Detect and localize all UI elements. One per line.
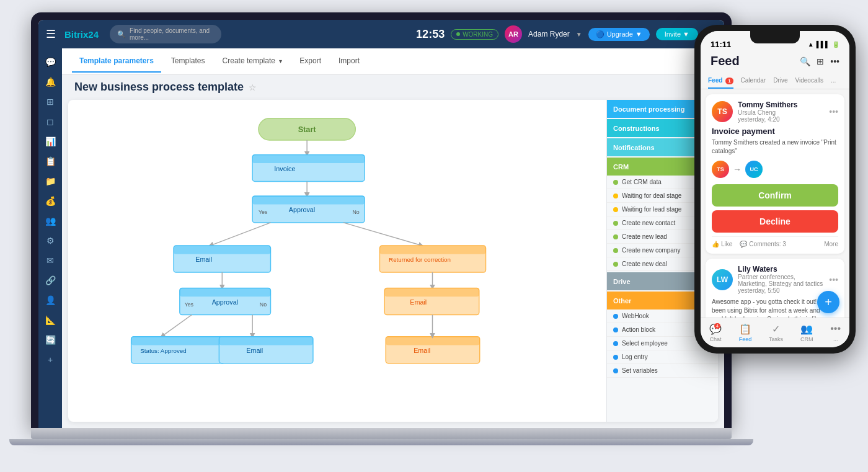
post-sub-2: Partner conferences, Marketing, Strategy… [738,274,824,287]
svg-rect-18 [379,246,485,254]
laptop-foot [9,439,753,445]
svg-text:Yes: Yes [259,209,268,215]
favorite-star-icon[interactable]: ☆ [249,82,257,92]
upgrade-dropdown-icon: ▼ [636,30,642,38]
upgrade-button[interactable]: 🔵 Upgrade ▼ [588,28,650,41]
sidebar-item-analytics[interactable]: 📊 [41,133,60,150]
bottom-nav-more[interactable]: ••• ... [830,323,841,342]
phone-grid-icon[interactable]: ⊞ [817,56,824,66]
like-button[interactable]: 👍 Like [712,241,732,247]
tab-export[interactable]: Export [292,50,329,73]
like-icon: 👍 [712,241,719,247]
sidebar-item-email[interactable]: ✉ [41,252,60,269]
sidebar-item-drive[interactable]: 📁 [41,172,60,190]
phone-tab-feed[interactable]: Feed 1 [708,73,733,89]
post-menu-icon-1[interactable]: ••• [829,107,838,117]
phone-search-icon[interactable]: 🔍 [800,56,810,66]
phone-app-header: Feed 🔍 ⊞ ••• [701,51,849,73]
svg-text:Status: Approved: Status: Approved [140,347,186,354]
phone-tab-videocalls[interactable]: Videocalls [795,73,823,89]
dot-icon [613,368,618,373]
decline-button[interactable]: Decline [712,210,838,233]
svg-text:No: No [260,301,267,308]
hamburger-icon[interactable]: ☰ [46,27,56,41]
fab-button[interactable]: + [817,291,839,313]
tab-create-template[interactable]: Create template ▾ [215,50,290,73]
phone-more-icon[interactable]: ••• [830,56,839,66]
bottom-nav-tasks[interactable]: ✓ Tasks [769,323,783,342]
phone-tab-more[interactable]: ... [831,73,836,89]
dot-icon [613,221,618,226]
dot-icon [613,194,618,198]
svg-rect-8 [252,196,365,205]
user-dropdown-icon[interactable]: ▼ [576,31,582,38]
phone-header-icons: 🔍 ⊞ ••• [800,56,839,66]
sidebar-item-add[interactable]: + [41,351,60,368]
page-header: New business process template ☆ [62,74,724,100]
svg-rect-36 [219,337,313,345]
svg-text:Returned for correction: Returned for correction [389,256,451,263]
phone-screen: 11:11 ▲ ▌▌▌ 🔋 Feed 🔍 ⊞ ••• Feed 1 Calen [701,31,849,347]
post-avatar-2: LW [712,269,733,290]
post-sub-1: Ursula Cheng [738,109,824,116]
svg-line-30 [162,315,192,337]
phone-tab-calendar[interactable]: Calendar [741,73,766,89]
laptop-base [31,428,732,439]
phone-notch [750,31,800,43]
sidebar-item-crm[interactable]: 💰 [41,192,60,210]
feed-icon: 📋 [739,323,751,335]
dot-icon [613,248,618,253]
panel-item-set-variables[interactable]: Set variables [607,364,718,378]
crm-icon: 👥 [800,323,813,335]
sidebar-item-grid[interactable]: ⊞ [41,93,60,110]
sidebar-item-user[interactable]: 👤 [41,292,60,309]
tabs-bar: Template parameters Templates Create tem… [62,48,724,74]
more-nav-icon: ••• [830,323,841,334]
dot-icon [613,341,618,346]
phone-tab-drive[interactable]: Drive [773,73,787,89]
top-bar: ☰ Bitrix24 🔍 Find people, documents, and… [38,20,724,48]
sidebar-item-workflows[interactable]: 🔄 [41,331,60,349]
sidebar: 💬 🔔 ⊞ ◻ 📊 📋 📁 💰 👥 ⚙ ✉ 🔗 👤 📐 [38,48,62,428]
phone-shell: 11:11 ▲ ▌▌▌ 🔋 Feed 🔍 ⊞ ••• Feed 1 Calen [694,25,856,354]
workflow-canvas[interactable]: Start Invoice [68,100,606,422]
svg-line-13 [343,223,422,246]
to-avatar: UC [745,161,763,178]
sidebar-item-notifications[interactable]: 🔔 [41,73,60,91]
page-title: New business process template [74,81,244,94]
bottom-nav-crm[interactable]: 👥 CRM [800,323,813,342]
bottom-nav-chat[interactable]: 💬 Chat 4 [709,323,722,342]
svg-text:Approval: Approval [289,206,315,213]
sidebar-item-tasks[interactable]: 📋 [41,153,60,170]
sidebar-item-settings[interactable]: ⚙ [41,232,60,249]
tab-import[interactable]: Import [331,50,367,73]
more-button[interactable]: More [824,241,838,247]
svg-line-12 [210,223,271,246]
sidebar-item-design[interactable]: 📐 [41,311,60,329]
sidebar-item-contacts[interactable]: 👥 [41,212,60,229]
dot-icon [613,327,618,332]
battery-icon: 🔋 [832,41,839,48]
tab-template-parameters[interactable]: Template parameters [72,50,161,73]
post-body-1: Tommy Smithers created a new invoice "Pr… [712,138,838,156]
workflow-area: Start Invoice [68,100,718,422]
bottom-nav-feed[interactable]: 📋 Feed [739,323,752,342]
invite-button[interactable]: Invite ▼ [656,28,698,40]
sidebar-item-links[interactable]: 🔗 [41,272,60,289]
svg-text:Email: Email [414,347,430,354]
sidebar-item-pages[interactable]: ◻ [41,113,60,130]
laptop-shell: ☰ Bitrix24 🔍 Find people, documents, and… [31,12,744,459]
svg-text:Email: Email [195,256,212,263]
svg-text:Yes: Yes [185,301,194,308]
dot-icon [613,314,618,319]
phone-signals: ▲ ▌▌▌ 🔋 [808,41,839,48]
confirm-button[interactable]: Confirm [712,184,838,207]
panel-item-log-entry[interactable]: Log entry [607,350,718,364]
tab-templates[interactable]: Templates [164,50,213,73]
comments-button[interactable]: 💬 Comments: 3 [740,241,786,247]
sidebar-item-feed[interactable]: 💬 [41,53,60,71]
post-menu-icon-2[interactable]: ••• [829,275,838,285]
dot-icon [613,234,618,239]
content-area: Template parameters Templates Create tem… [62,48,724,428]
search-bar[interactable]: 🔍 Find people, documents, and more... [110,25,221,43]
